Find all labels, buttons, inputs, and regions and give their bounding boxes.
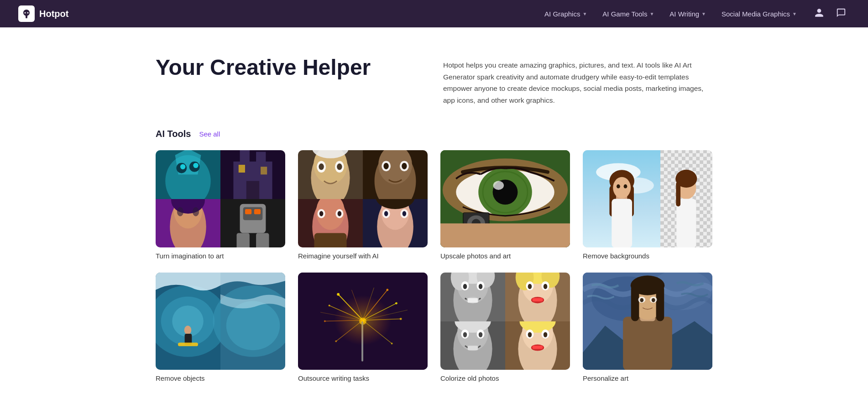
tool-image-colorize bbox=[440, 273, 570, 370]
mosaic-cell-face2 bbox=[363, 150, 428, 199]
svg-rect-152 bbox=[533, 298, 543, 301]
nav-item-social-media: Social Media Graphics ▼ bbox=[715, 6, 803, 21]
mosaic-cell-bw1 bbox=[440, 273, 505, 321]
svg-rect-26 bbox=[245, 209, 251, 214]
svg-point-169 bbox=[544, 332, 548, 337]
svg-point-44 bbox=[402, 163, 407, 169]
logo-link[interactable]: Hotpot bbox=[18, 5, 68, 22]
tool-label-colorize: Colorize old photos bbox=[440, 374, 570, 382]
chevron-down-icon: ▼ bbox=[582, 11, 587, 16]
tool-image-reimagine bbox=[298, 150, 428, 247]
section-header: AI Tools See all bbox=[156, 129, 712, 139]
svg-point-50 bbox=[319, 211, 324, 216]
svg-point-36 bbox=[337, 163, 342, 170]
svg-point-185 bbox=[652, 298, 655, 302]
mosaic-cell-face3 bbox=[298, 199, 363, 248]
svg-point-123 bbox=[395, 302, 397, 304]
mosaic-cell-color1 bbox=[505, 273, 570, 321]
logo-icon bbox=[18, 5, 35, 22]
tool-label-upscale: Upscale photos and art bbox=[440, 252, 570, 260]
svg-point-22 bbox=[193, 207, 199, 216]
social-media-menu[interactable]: Social Media Graphics ▼ bbox=[715, 6, 803, 21]
ai-tools-section: AI Tools See all bbox=[137, 115, 731, 410]
section-title: AI Tools bbox=[156, 129, 191, 139]
tool-card-upscale[interactable]: Upscale photos and art bbox=[440, 150, 570, 260]
svg-point-9 bbox=[193, 163, 198, 168]
svg-point-159 bbox=[463, 332, 467, 337]
tool-card-colorize[interactable]: Colorize old photos bbox=[440, 273, 570, 382]
svg-point-43 bbox=[383, 163, 388, 169]
svg-rect-83 bbox=[612, 199, 632, 248]
nav-icon-group bbox=[810, 6, 850, 22]
logo-text: Hotpot bbox=[39, 9, 68, 19]
tool-label-personalize: Personalize art bbox=[583, 374, 712, 382]
tool-image-remove-obj bbox=[156, 273, 285, 370]
chat-icon-button[interactable] bbox=[832, 6, 850, 22]
tool-image-remove-bg bbox=[583, 150, 712, 247]
mosaic-cell-3 bbox=[156, 199, 220, 248]
svg-point-121 bbox=[386, 289, 388, 291]
svg-point-150 bbox=[544, 284, 548, 289]
mosaic-cell-4 bbox=[220, 199, 285, 248]
tool-image-personalize bbox=[583, 273, 712, 370]
svg-point-58 bbox=[384, 211, 388, 216]
tool-label-reimagine: Reimagine yourself with AI bbox=[298, 252, 428, 260]
svg-rect-161 bbox=[468, 346, 478, 350]
tool-label-remove-obj: Remove objects bbox=[156, 374, 285, 382]
svg-point-2 bbox=[27, 12, 29, 14]
tool-card-reimagine[interactable]: Reimagine yourself with AI bbox=[298, 150, 428, 260]
svg-rect-27 bbox=[254, 209, 261, 214]
svg-rect-92 bbox=[677, 199, 696, 248]
svg-rect-15 bbox=[239, 165, 245, 173]
tool-card-remove-bg[interactable]: Remove backgrounds bbox=[583, 150, 712, 260]
tool-card-personalize[interactable]: Personalize art bbox=[583, 273, 712, 382]
svg-rect-180 bbox=[631, 285, 639, 321]
svg-rect-176 bbox=[623, 317, 672, 370]
tools-grid: Turn imagination to art bbox=[156, 150, 712, 382]
hero-description: Hotpot helps you create amazing graphics… bbox=[443, 55, 712, 106]
svg-point-21 bbox=[177, 207, 183, 216]
svg-point-81 bbox=[617, 184, 620, 189]
user-icon-button[interactable] bbox=[810, 6, 828, 22]
svg-point-68 bbox=[493, 181, 504, 190]
svg-point-128 bbox=[327, 289, 399, 352]
chevron-down-icon: ▼ bbox=[649, 11, 654, 16]
ai-writing-menu[interactable]: AI Writing ▼ bbox=[663, 6, 712, 21]
tool-image-art-generator bbox=[156, 150, 285, 247]
tool-card-art-generator[interactable]: Turn imagination to art bbox=[156, 150, 285, 260]
tool-label-remove-bg: Remove backgrounds bbox=[583, 252, 712, 260]
svg-point-125 bbox=[400, 318, 402, 320]
svg-point-120 bbox=[337, 293, 340, 296]
chevron-down-icon: ▼ bbox=[792, 11, 797, 16]
svg-rect-171 bbox=[533, 346, 543, 349]
nav-item-ai-graphics: AI Graphics ▼ bbox=[538, 6, 593, 21]
svg-rect-73 bbox=[440, 224, 570, 248]
svg-point-160 bbox=[479, 332, 483, 337]
see-all-link[interactable]: See all bbox=[199, 130, 220, 138]
mosaic-cell-1 bbox=[156, 150, 220, 199]
svg-point-51 bbox=[338, 211, 342, 216]
nav-item-ai-game-tools: AI Game Tools ▼ bbox=[596, 6, 660, 21]
svg-point-1 bbox=[25, 12, 26, 14]
svg-point-184 bbox=[640, 298, 643, 302]
chevron-down-icon: ▼ bbox=[701, 11, 706, 16]
hero-title: Your Creative Helper bbox=[156, 55, 425, 80]
svg-point-8 bbox=[180, 164, 185, 169]
svg-point-80 bbox=[613, 177, 631, 199]
tool-card-remove-obj[interactable]: Remove objects bbox=[156, 273, 285, 382]
hero-title-block: Your Creative Helper bbox=[156, 55, 425, 80]
mosaic-cell-color2 bbox=[505, 321, 570, 370]
svg-rect-93 bbox=[676, 182, 681, 207]
svg-point-98 bbox=[184, 326, 192, 335]
svg-point-137 bbox=[463, 284, 467, 289]
navbar: Hotpot AI Graphics ▼ AI Game Tools ▼ AI … bbox=[0, 0, 868, 27]
ai-game-tools-menu[interactable]: AI Game Tools ▼ bbox=[596, 6, 660, 21]
ai-graphics-menu[interactable]: AI Graphics ▼ bbox=[538, 6, 593, 21]
tool-image-upscale bbox=[440, 150, 570, 247]
svg-point-127 bbox=[391, 343, 393, 345]
tool-card-writing[interactable]: Outsource writing tasks bbox=[298, 273, 428, 382]
svg-point-149 bbox=[528, 284, 532, 289]
svg-rect-52 bbox=[314, 233, 347, 247]
svg-rect-0 bbox=[26, 17, 27, 18]
tool-label-art-generator: Turn imagination to art bbox=[156, 252, 285, 260]
